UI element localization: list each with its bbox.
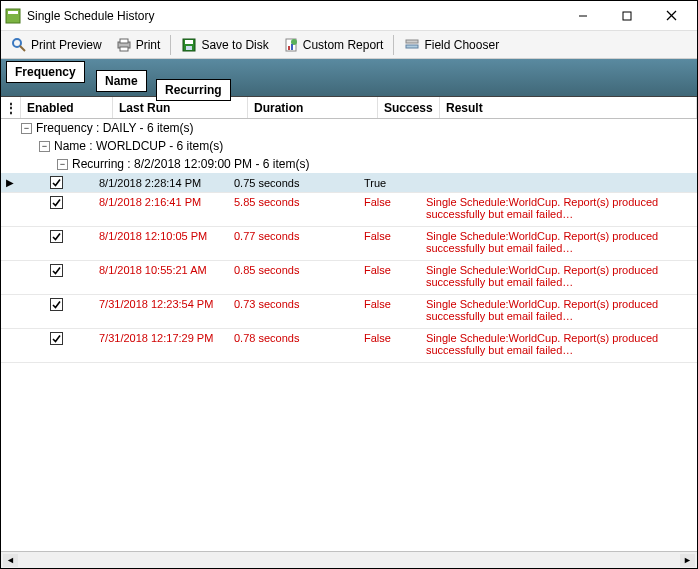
scroll-right-icon[interactable]: ► <box>680 554 695 567</box>
cell-duration: 5.85 seconds <box>228 193 358 211</box>
svg-rect-10 <box>120 47 128 51</box>
table-row[interactable]: 8/1/2018 12:10:05 PM0.77 secondsFalseSin… <box>1 227 697 261</box>
enabled-checkbox[interactable] <box>50 264 63 277</box>
scroll-left-icon[interactable]: ◄ <box>3 554 18 567</box>
cell-result: Single Schedule:WorldCup. Report(s) prod… <box>420 329 697 359</box>
cell-result: Single Schedule:WorldCup. Report(s) prod… <box>420 193 697 223</box>
group-row-label: Name : WORLDCUP - 6 item(s) <box>54 139 223 153</box>
separator <box>393 35 394 55</box>
group-row-label: Recurring : 8/2/2018 12:09:00 PM - 6 ite… <box>72 157 309 171</box>
cell-last-run: 7/31/2018 12:23:54 PM <box>93 295 228 313</box>
print-label: Print <box>136 38 161 52</box>
cell-last-run: 8/1/2018 10:55:21 AM <box>93 261 228 279</box>
magnifier-icon <box>11 37 27 53</box>
column-success[interactable]: Success <box>378 97 440 118</box>
printer-icon <box>116 37 132 53</box>
svg-rect-17 <box>291 44 293 50</box>
custom-report-button[interactable]: Custom Report <box>277 35 390 55</box>
minimize-button[interactable] <box>561 2 605 30</box>
svg-rect-13 <box>186 46 192 50</box>
column-duration[interactable]: Duration <box>248 97 378 118</box>
enabled-checkbox[interactable] <box>50 298 63 311</box>
group-row-label: Frequency : DAILY - 6 item(s) <box>36 121 194 135</box>
column-header: ⋮ Enabled Last Run Duration Success Resu… <box>1 97 697 119</box>
save-to-disk-label: Save to Disk <box>201 38 268 52</box>
horizontal-scrollbar[interactable]: ◄ ► <box>1 551 697 568</box>
group-row-frequency[interactable]: − Frequency : DAILY - 6 item(s) <box>1 119 697 137</box>
cell-success: True <box>358 173 420 192</box>
row-indicator-icon: ▶ <box>1 173 19 192</box>
cell-duration: 0.73 seconds <box>228 295 358 313</box>
cell-duration: 0.78 seconds <box>228 329 358 347</box>
print-button[interactable]: Print <box>110 35 167 55</box>
enabled-checkbox[interactable] <box>50 196 63 209</box>
group-tab-frequency[interactable]: Frequency <box>6 61 85 83</box>
titlebar: Single Schedule History <box>1 1 697 31</box>
column-enabled[interactable]: Enabled <box>21 97 113 118</box>
column-menu-button[interactable]: ⋮ <box>1 97 21 118</box>
save-to-disk-button[interactable]: Save to Disk <box>175 35 274 55</box>
table-row[interactable]: 8/1/2018 2:16:41 PM5.85 secondsFalseSing… <box>1 193 697 227</box>
custom-report-label: Custom Report <box>303 38 384 52</box>
maximize-button[interactable] <box>605 2 649 30</box>
floppy-icon <box>181 37 197 53</box>
svg-line-7 <box>20 46 25 51</box>
svg-rect-9 <box>120 39 128 43</box>
enabled-checkbox[interactable] <box>50 176 63 189</box>
collapse-icon[interactable]: − <box>57 159 68 170</box>
table-row[interactable]: 7/31/2018 12:17:29 PM0.78 secondsFalseSi… <box>1 329 697 363</box>
group-tab-recurring[interactable]: Recurring <box>156 79 231 101</box>
field-chooser-icon <box>404 37 420 53</box>
window-title: Single Schedule History <box>27 9 561 23</box>
app-window: Single Schedule History Print Preview Pr… <box>0 0 698 569</box>
group-row-recurring[interactable]: − Recurring : 8/2/2018 12:09:00 PM - 6 i… <box>1 155 697 173</box>
print-preview-button[interactable]: Print Preview <box>5 35 108 55</box>
report-icon <box>283 37 299 53</box>
close-button[interactable] <box>649 2 693 30</box>
window-controls <box>561 2 693 30</box>
separator <box>170 35 171 55</box>
cell-success: False <box>358 227 420 245</box>
cell-result <box>420 173 697 192</box>
svg-rect-12 <box>185 40 193 44</box>
group-by-bar[interactable]: Frequency Name Recurring <box>1 59 697 97</box>
cell-success: False <box>358 193 420 211</box>
field-chooser-button[interactable]: Field Chooser <box>398 35 505 55</box>
print-preview-label: Print Preview <box>31 38 102 52</box>
field-chooser-label: Field Chooser <box>424 38 499 52</box>
cell-duration: 0.85 seconds <box>228 261 358 279</box>
cell-last-run: 8/1/2018 2:16:41 PM <box>93 193 228 211</box>
cell-duration: 0.75 seconds <box>228 173 358 192</box>
cell-duration: 0.77 seconds <box>228 227 358 245</box>
cell-success: False <box>358 261 420 279</box>
app-icon <box>5 8 21 24</box>
collapse-icon[interactable]: − <box>21 123 32 134</box>
enabled-checkbox[interactable] <box>50 230 63 243</box>
column-result[interactable]: Result <box>440 97 697 118</box>
table-row[interactable]: ▶8/1/2018 2:28:14 PM0.75 secondsTrue <box>1 173 697 193</box>
cell-result: Single Schedule:WorldCup. Report(s) prod… <box>420 227 697 257</box>
cell-last-run: 7/31/2018 12:17:29 PM <box>93 329 228 347</box>
table-row[interactable]: 7/31/2018 12:23:54 PM0.73 secondsFalseSi… <box>1 295 697 329</box>
svg-rect-18 <box>406 40 418 43</box>
enabled-checkbox[interactable] <box>50 332 63 345</box>
svg-rect-1 <box>8 11 18 14</box>
group-row-name[interactable]: − Name : WORLDCUP - 6 item(s) <box>1 137 697 155</box>
collapse-icon[interactable]: − <box>39 141 50 152</box>
cell-success: False <box>358 329 420 347</box>
cell-last-run: 8/1/2018 12:10:05 PM <box>93 227 228 245</box>
svg-rect-19 <box>406 45 418 48</box>
cell-result: Single Schedule:WorldCup. Report(s) prod… <box>420 261 697 291</box>
svg-rect-16 <box>288 46 290 50</box>
table-row[interactable]: 8/1/2018 10:55:21 AM0.85 secondsFalseSin… <box>1 261 697 295</box>
grid-body: − Frequency : DAILY - 6 item(s) − Name :… <box>1 119 697 551</box>
toolbar: Print Preview Print Save to Disk Custom … <box>1 31 697 59</box>
cell-result: Single Schedule:WorldCup. Report(s) prod… <box>420 295 697 325</box>
cell-last-run: 8/1/2018 2:28:14 PM <box>93 173 228 192</box>
cell-success: False <box>358 295 420 313</box>
group-tab-name[interactable]: Name <box>96 70 147 92</box>
svg-rect-3 <box>623 12 631 20</box>
svg-point-6 <box>13 39 21 47</box>
